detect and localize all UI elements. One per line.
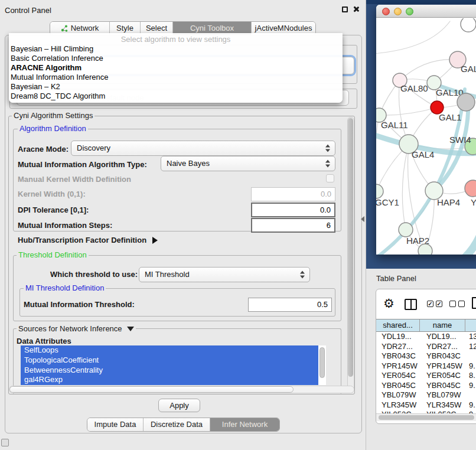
tab-infer-network[interactable]: Infer Network bbox=[210, 418, 279, 431]
network-node[interactable] bbox=[376, 184, 383, 198]
table-row[interactable]: YPR145WYPR145W9. bbox=[377, 361, 476, 371]
network-node[interactable] bbox=[465, 180, 476, 197]
float-window-icon[interactable] bbox=[342, 6, 348, 12]
network-edge bbox=[376, 115, 379, 191]
network-node-label: SWI4 bbox=[449, 135, 471, 145]
table-row[interactable]: YER054CYER054C8. bbox=[377, 371, 476, 381]
network-node[interactable] bbox=[399, 223, 413, 237]
table-row[interactable]: YDL19...YDL19...13 bbox=[377, 332, 476, 342]
attribute-list-item[interactable]: SelfLoops bbox=[21, 345, 318, 356]
network-edge bbox=[376, 21, 450, 54]
tab-label: Discretize Data bbox=[151, 420, 203, 429]
tab-label: Network bbox=[71, 24, 99, 32]
aracne-mode-combobox[interactable]: Discovery bbox=[71, 141, 335, 156]
settings-box-title: Cyni Algorithm Settings bbox=[12, 112, 94, 119]
network-canvas[interactable]: GAL7GAL80GAL10GAL1GAL11SWI4GAL4GCY1HAP4Y… bbox=[376, 18, 476, 255]
tab-label: Select bbox=[146, 24, 167, 32]
attribute-list-item[interactable]: TopologicalCoefficient bbox=[21, 356, 318, 366]
table-cell: YLR345W bbox=[377, 400, 420, 410]
hub-definition-label: Hub/Transcription Factor Definition bbox=[18, 236, 146, 244]
network-node-label: GAL7 bbox=[461, 64, 476, 74]
column-header[interactable]: name bbox=[420, 319, 465, 331]
mi-type-label: Mutual Information Algorithm Type: bbox=[18, 160, 147, 169]
network-node-label: HAP4 bbox=[437, 197, 460, 207]
deselect-all-columns-icon[interactable] bbox=[449, 301, 465, 307]
manual-kernel-checkbox[interactable] bbox=[326, 174, 334, 182]
table-cell bbox=[466, 390, 476, 400]
network-node-label: Y bbox=[471, 197, 476, 207]
attribute-list-item[interactable]: BetweennessCentrality bbox=[21, 366, 318, 376]
table-cell: YER054C bbox=[420, 371, 466, 381]
table-row[interactable]: YBL079WYBL079W bbox=[377, 390, 476, 400]
table-body: YDL19...YDL19...13YDR27...YDR27...12YBR0… bbox=[377, 332, 476, 413]
columns-icon[interactable] bbox=[405, 299, 417, 310]
tab-impute-data[interactable]: Impute Data bbox=[87, 418, 144, 431]
which-threshold-combobox[interactable]: MI Threshold bbox=[139, 267, 310, 282]
select-all-columns-icon[interactable]: ✓ ✓ bbox=[427, 301, 442, 307]
mi-threshold-label: Mutual Information Threshold: bbox=[24, 300, 135, 309]
mac-zoom-icon[interactable] bbox=[406, 8, 413, 15]
table-row[interactable]: YBR043CYBR043C bbox=[377, 351, 476, 361]
table-cell: YPR145W bbox=[420, 361, 466, 371]
list-scrollbar-thumb[interactable] bbox=[319, 347, 325, 378]
network-node-label: GCY1 bbox=[376, 197, 399, 207]
which-threshold-value: MI Threshold bbox=[145, 270, 190, 279]
close-icon[interactable] bbox=[352, 5, 360, 13]
column-header[interactable] bbox=[465, 319, 476, 331]
table-row[interactable]: YBR045CYBR045C9. bbox=[377, 381, 476, 391]
mac-close-icon[interactable] bbox=[382, 8, 390, 15]
table-cell: YBR043C bbox=[377, 351, 420, 361]
settings-horizontal-scrollbar-thumb[interactable] bbox=[9, 386, 294, 393]
unchecked-box-icon bbox=[449, 301, 456, 307]
apply-button[interactable]: Apply bbox=[158, 399, 200, 412]
document-icon[interactable] bbox=[472, 297, 476, 309]
hub-definition-expander[interactable]: Hub/Transcription Factor Definition bbox=[18, 236, 158, 244]
gear-icon[interactable]: ⚙ bbox=[383, 297, 395, 309]
network-graph: GAL7GAL80GAL10GAL1GAL11SWI4GAL4GCY1HAP4Y… bbox=[376, 18, 476, 255]
network-node[interactable] bbox=[418, 244, 432, 255]
mi-steps-label: Mutual Information Steps: bbox=[18, 221, 112, 230]
data-attributes-list[interactable]: SelfLoopsTopologicalCoefficientBetweenne… bbox=[21, 345, 326, 385]
table-horizontal-scrollbar[interactable] bbox=[376, 413, 476, 421]
cyni-bottom-tabbar: Impute Data Discretize Data Infer Networ… bbox=[87, 418, 280, 432]
mi-steps-field[interactable]: 6 bbox=[251, 218, 335, 233]
tab-label: Style bbox=[116, 24, 133, 32]
column-header[interactable]: shared... bbox=[376, 319, 420, 331]
kernel-width-field[interactable]: 0.0 bbox=[251, 187, 335, 201]
dock-panel-icon[interactable] bbox=[1, 439, 9, 446]
algorithm-option[interactable]: Dream8 DC_TDC Algorithm bbox=[9, 92, 343, 101]
mi-threshold-field[interactable]: 0.5 bbox=[248, 298, 332, 312]
checked-box-icon: ✓ bbox=[436, 301, 442, 307]
table-cell: 8. bbox=[466, 371, 476, 381]
tab-label: Infer Network bbox=[222, 420, 268, 429]
network-window-titlebar[interactable] bbox=[376, 5, 476, 18]
algorithm-option[interactable]: Basic Correlation Inference bbox=[9, 54, 343, 63]
attribute-list-item[interactable]: gal4RGexp bbox=[21, 375, 318, 385]
table-cell: YDR27... bbox=[420, 342, 466, 352]
mac-minimize-icon[interactable] bbox=[394, 8, 402, 15]
table-row[interactable]: YDR27...YDR27...12 bbox=[377, 342, 476, 352]
network-view-window[interactable]: GAL7GAL80GAL10GAL1GAL11SWI4GAL4GCY1HAP4Y… bbox=[376, 5, 476, 255]
table-cell: 9. bbox=[466, 381, 476, 391]
table-horizontal-scrollbar-thumb[interactable] bbox=[379, 415, 474, 420]
collapse-arrow-icon bbox=[127, 327, 134, 331]
splitter-collapse-icon[interactable] bbox=[361, 216, 364, 222]
tab-discretize-data[interactable]: Discretize Data bbox=[144, 418, 210, 431]
manual-kernel-label: Manual Kernel Width Definition bbox=[18, 175, 131, 184]
algorithm-option[interactable]: Mutual Information Inference bbox=[9, 73, 343, 82]
algorithm-option[interactable]: Bayesian – K2 bbox=[9, 82, 343, 92]
algorithm-option[interactable]: ARACNE Algorithm bbox=[9, 63, 343, 73]
dpi-tolerance-field[interactable]: 0.0 bbox=[251, 203, 335, 217]
algorithm-option[interactable]: Bayesian – Hill Climbing bbox=[9, 44, 343, 54]
settings-vertical-scrollbar-thumb[interactable] bbox=[348, 118, 353, 377]
network-node[interactable] bbox=[461, 18, 476, 32]
table-cell: YDL19... bbox=[420, 332, 466, 342]
network-edge-thick bbox=[435, 226, 476, 255]
table-row[interactable]: YLR345WYLR345W9. bbox=[377, 400, 476, 410]
sources-collapser[interactable]: Sources for Network Inference bbox=[17, 324, 136, 333]
spinner-arrows-icon bbox=[300, 271, 305, 279]
mi-type-combobox[interactable]: Naive Bayes bbox=[161, 156, 335, 171]
table-panel-title: Table Panel bbox=[376, 274, 416, 283]
network-node-label: GAL11 bbox=[381, 120, 408, 130]
network-node[interactable] bbox=[457, 93, 475, 111]
